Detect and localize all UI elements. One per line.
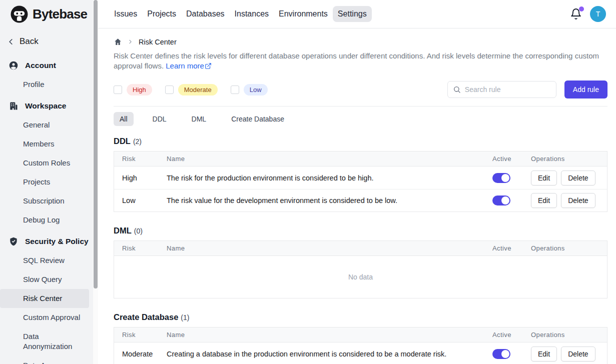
section-title-text: Create Database — [114, 312, 178, 322]
brand-name: Bytebase — [33, 6, 87, 22]
column-header-active: Active — [492, 155, 531, 162]
filter-checkbox-high[interactable] — [114, 86, 122, 94]
sidebar-item-debug-log[interactable]: Debug Log — [0, 210, 89, 230]
home-icon[interactable] — [114, 38, 122, 46]
sidebar-section-security-policy: Security & PolicySQL ReviewSlow QueryRis… — [0, 232, 93, 364]
sidebar-section-header-account: Account — [0, 56, 93, 75]
column-header-operations: Operations — [531, 155, 599, 162]
edit-button[interactable]: Edit — [531, 346, 557, 362]
toolbar-right: Add rule — [447, 80, 607, 98]
rule-section-create-database: Create Database(1)RiskNameActiveOperatio… — [114, 312, 607, 364]
table-header-row: RiskNameActiveOperations — [114, 241, 607, 256]
toggle-knob — [501, 350, 509, 358]
scrollbar-thumb[interactable] — [94, 0, 98, 288]
toggle-knob — [501, 174, 509, 182]
delete-button[interactable]: Delete — [561, 170, 595, 186]
column-header-name: Name — [167, 244, 492, 252]
column-header-operations: Operations — [531, 244, 599, 252]
nav-item-instances[interactable]: Instances — [230, 6, 274, 22]
table-header-row: RiskNameActiveOperations — [114, 152, 607, 166]
avatar[interactable]: T — [590, 6, 606, 22]
breadcrumb: Risk Center — [114, 38, 607, 46]
main-nav: IssuesProjectsDatabasesInstancesEnvironm… — [109, 6, 372, 22]
sidebar-section-workspace: WorkspaceGeneralMembersCustom RolesProje… — [0, 96, 93, 230]
rule-sections: DDL(2)RiskNameActiveOperationsHighThe ri… — [114, 136, 607, 364]
nav-item-databases[interactable]: Databases — [181, 6, 230, 22]
nav-item-environments[interactable]: Environments — [274, 6, 333, 22]
tab-all[interactable]: All — [114, 112, 134, 126]
filter-checkbox-low[interactable] — [231, 86, 239, 94]
bytebase-logo-icon — [10, 5, 29, 24]
delete-button[interactable]: Delete — [561, 193, 595, 208]
nav-item-projects[interactable]: Projects — [142, 6, 181, 22]
sidebar-item-data-anonymization[interactable]: Data Anonymization — [0, 327, 89, 356]
sidebar-scrollbar[interactable] — [93, 0, 98, 364]
section-count: (1) — [181, 314, 189, 322]
filter-high: High — [114, 84, 152, 96]
active-cell — [492, 173, 531, 183]
add-rule-button[interactable]: Add rule — [564, 80, 607, 98]
sidebar-item-data-access-control[interactable]: Data Access Control — [0, 356, 89, 364]
navbar-right: T — [570, 6, 608, 22]
sidebar-item-members[interactable]: Members — [0, 134, 89, 154]
active-toggle[interactable] — [492, 173, 510, 183]
sidebar-item-subscription[interactable]: Subscription — [0, 192, 89, 210]
sidebar-item-sql-review[interactable]: SQL Review — [0, 251, 89, 270]
section-count: (0) — [134, 227, 143, 235]
search-rule-field — [447, 81, 556, 98]
operations-cell: EditDelete — [531, 170, 599, 186]
rules-table: RiskNameActiveOperationsModerateCreating… — [114, 327, 607, 364]
sidebar: Bytebase Back AccountProfileWorkspaceGen… — [0, 0, 93, 364]
chevron-right-icon — [127, 38, 134, 45]
learn-more-label: Learn more — [166, 62, 204, 70]
sidebar-section-header-workspace: Workspace — [0, 96, 93, 116]
nav-item-settings[interactable]: Settings — [333, 6, 372, 22]
nav-item-issues[interactable]: Issues — [109, 6, 142, 22]
main-area: IssuesProjectsDatabasesInstancesEnvironm… — [98, 0, 616, 364]
risk-cell: High — [122, 174, 167, 182]
tab-create-database[interactable]: Create Database — [225, 112, 290, 126]
tab-ddl[interactable]: DDL — [147, 112, 173, 126]
active-toggle[interactable] — [492, 196, 510, 206]
operations-cell: EditDelete — [531, 193, 599, 208]
sidebar-item-projects[interactable]: Projects — [0, 172, 89, 192]
divider — [114, 106, 607, 106]
sidebar-section-label: Workspace — [25, 102, 66, 110]
sidebar-section-label: Security & Policy — [25, 237, 89, 246]
sidebar-item-custom-approval[interactable]: Custom Approval — [0, 308, 89, 327]
table-row: HighThe risk for the production environm… — [114, 166, 607, 189]
shield-check-icon — [9, 236, 19, 246]
back-button[interactable]: Back — [6, 36, 93, 46]
sidebar-item-risk-center[interactable]: Risk Center — [0, 289, 89, 308]
top-navbar: IssuesProjectsDatabasesInstancesEnvironm… — [98, 0, 616, 28]
sidebar-item-profile[interactable]: Profile — [0, 75, 89, 94]
sidebar-nav: AccountProfileWorkspaceGeneralMembersCus… — [0, 56, 93, 364]
column-header-active: Active — [492, 244, 531, 252]
column-header-operations: Operations — [531, 331, 599, 338]
notification-bell-icon[interactable] — [570, 8, 582, 20]
rule-section-ddl: DDL(2)RiskNameActiveOperationsHighThe ri… — [114, 136, 607, 212]
sidebar-item-general[interactable]: General — [0, 116, 89, 134]
sidebar-item-custom-roles[interactable]: Custom Roles — [0, 154, 89, 172]
rule-name-cell: The risk for the production environment … — [167, 174, 492, 182]
filter-checkbox-moderate[interactable] — [165, 86, 174, 94]
filter-moderate: Moderate — [165, 84, 218, 96]
search-input[interactable] — [464, 85, 551, 94]
edit-button[interactable]: Edit — [531, 193, 557, 208]
rule-section-dml: DML(0)RiskNameActiveOperationsNo data — [114, 226, 607, 298]
column-header-name: Name — [167, 155, 492, 162]
building-icon — [9, 101, 19, 111]
edit-button[interactable]: Edit — [531, 170, 557, 186]
table-header-row: RiskNameActiveOperations — [114, 328, 607, 342]
rules-table: RiskNameActiveOperationsNo data — [114, 240, 607, 298]
delete-button[interactable]: Delete — [561, 346, 595, 362]
learn-more-link[interactable]: Learn more — [166, 62, 212, 70]
brand-logo[interactable]: Bytebase — [0, 0, 93, 24]
risk-level-filters: HighModerateLow — [114, 84, 268, 96]
column-header-risk: Risk — [122, 244, 167, 252]
active-toggle[interactable] — [492, 349, 510, 359]
tab-dml[interactable]: DML — [186, 112, 213, 126]
column-header-active: Active — [492, 331, 531, 338]
sidebar-item-slow-query[interactable]: Slow Query — [0, 270, 89, 289]
risk-badge-low: Low — [244, 84, 268, 96]
